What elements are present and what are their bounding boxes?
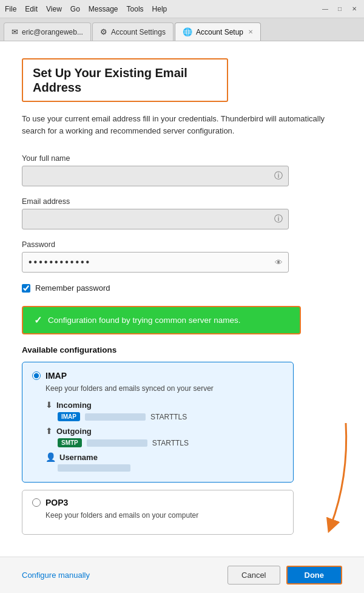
page-description: To use your current email address fill i… bbox=[22, 113, 337, 137]
username-label: Username bbox=[59, 453, 98, 462]
fullname-label: Your full name bbox=[22, 154, 342, 163]
tab-account-setup-label: Account Setup bbox=[196, 28, 243, 36]
menu-message[interactable]: Message bbox=[89, 5, 118, 13]
outgoing-server-icon: ⬆ bbox=[46, 426, 53, 436]
smtp-badge: SMTP bbox=[58, 438, 82, 447]
password-toggle-icon[interactable]: 👁 bbox=[275, 258, 283, 267]
smtp-server-name bbox=[87, 439, 147, 447]
smtp-security: STARTTLS bbox=[152, 439, 189, 447]
password-wrapper: 👁 bbox=[22, 252, 289, 273]
incoming-server-icon: ⬇ bbox=[46, 400, 53, 410]
settings-tab-icon: ⚙ bbox=[100, 27, 107, 36]
password-label: Password bbox=[22, 240, 342, 249]
username-icon: 👤 bbox=[46, 452, 56, 462]
close-button[interactable]: ✕ bbox=[349, 4, 359, 14]
menu-help[interactable]: Help bbox=[152, 5, 167, 13]
fullname-info-icon[interactable]: ⓘ bbox=[274, 171, 283, 181]
menu-view[interactable]: View bbox=[46, 5, 62, 13]
password-input[interactable] bbox=[22, 252, 289, 273]
tab-account-settings-label: Account Settings bbox=[111, 28, 166, 36]
email-label: Email address bbox=[22, 197, 342, 206]
page-title: Set Up Your Existing Email Address bbox=[33, 66, 217, 95]
remember-password-checkbox[interactable] bbox=[22, 284, 30, 293]
menu-bar[interactable]: File Edit View Go Message Tools Help bbox=[5, 5, 167, 13]
email-input[interactable] bbox=[22, 209, 289, 229]
email-wrapper: ⓘ bbox=[22, 209, 289, 229]
imap-badge: IMAP bbox=[58, 412, 80, 421]
imap-incoming-details: IMAP STARTTLS bbox=[58, 412, 283, 421]
tab-email-label: eric@orangeweb... bbox=[22, 28, 83, 36]
imap-server-name bbox=[85, 413, 146, 421]
smtp-outgoing-details: SMTP STARTTLS bbox=[58, 438, 283, 447]
setup-tab-icon: 🌐 bbox=[183, 27, 192, 36]
username-value bbox=[58, 464, 130, 472]
remember-password-row: Remember password bbox=[22, 283, 342, 293]
imap-incoming-header: ⬇ Incoming bbox=[46, 400, 283, 410]
tab-account-settings[interactable]: ⚙ Account Settings bbox=[92, 22, 174, 41]
minimize-button[interactable]: — bbox=[320, 4, 330, 14]
imap-security: STARTTLS bbox=[150, 413, 187, 421]
imap-outgoing-header: ⬆ Outgoing bbox=[46, 426, 283, 436]
menu-tools[interactable]: Tools bbox=[127, 5, 144, 13]
page-title-box: Set Up Your Existing Email Address bbox=[22, 58, 228, 102]
tab-account-setup[interactable]: 🌐 Account Setup ✕ bbox=[175, 22, 261, 41]
pop3-config-card: POP3 Keep your folders and emails on you… bbox=[22, 490, 294, 535]
remember-password-label: Remember password bbox=[35, 283, 110, 293]
fullname-field-group: Your full name ⓘ bbox=[22, 154, 342, 186]
fullname-input[interactable] bbox=[22, 166, 289, 186]
tab-bar: ✉ eric@orangeweb... ⚙ Account Settings 🌐… bbox=[0, 18, 364, 41]
done-button[interactable]: Done bbox=[286, 566, 343, 585]
email-field-group: Email address ⓘ bbox=[22, 197, 342, 229]
pop3-radio[interactable] bbox=[32, 498, 41, 507]
menu-edit[interactable]: Edit bbox=[25, 5, 38, 13]
pop3-name: POP3 bbox=[46, 498, 68, 507]
password-field-group: Password 👁 bbox=[22, 240, 342, 273]
imap-config-card: IMAP Keep your folders and emails synced… bbox=[22, 362, 294, 483]
cancel-button[interactable]: Cancel bbox=[228, 566, 280, 585]
email-info-icon[interactable]: ⓘ bbox=[274, 214, 283, 225]
footer-buttons: Cancel Done bbox=[228, 566, 342, 585]
menu-file[interactable]: File bbox=[5, 5, 16, 13]
email-tab-icon: ✉ bbox=[12, 27, 18, 36]
success-check-icon: ✓ bbox=[34, 314, 42, 326]
incoming-label: Incoming bbox=[56, 401, 92, 410]
imap-description: Keep your folders and emails synced on y… bbox=[46, 384, 283, 393]
menu-go[interactable]: Go bbox=[70, 5, 80, 13]
maximize-button[interactable]: □ bbox=[335, 4, 345, 14]
configure-manually-link[interactable]: Configure manually bbox=[22, 571, 90, 580]
imap-username-row: 👤 Username bbox=[46, 452, 283, 462]
pop3-option-header: POP3 bbox=[32, 498, 283, 507]
footer: Configure manually Cancel Done bbox=[0, 557, 364, 593]
imap-option-header: IMAP bbox=[32, 371, 283, 381]
success-banner: ✓ Configuration found by trying common s… bbox=[22, 306, 301, 334]
tab-email[interactable]: ✉ eric@orangeweb... bbox=[4, 22, 91, 41]
imap-incoming-row: ⬇ Incoming IMAP STARTTLS bbox=[46, 400, 283, 421]
imap-outgoing-row: ⬆ Outgoing SMTP STARTTLS bbox=[46, 426, 283, 447]
success-banner-text: Configuration found by trying common ser… bbox=[48, 316, 240, 325]
imap-radio[interactable] bbox=[32, 371, 41, 380]
window-controls[interactable]: — □ ✕ bbox=[320, 4, 359, 14]
outgoing-label: Outgoing bbox=[56, 427, 92, 436]
tab-close-icon[interactable]: ✕ bbox=[248, 29, 253, 35]
title-bar: File Edit View Go Message Tools Help — □… bbox=[0, 0, 364, 18]
main-content: Set Up Your Existing Email Address To us… bbox=[0, 41, 364, 593]
pop3-description: Keep your folders and emails on your com… bbox=[46, 511, 283, 520]
fullname-wrapper: ⓘ bbox=[22, 166, 289, 186]
imap-name: IMAP bbox=[46, 371, 67, 381]
available-configurations-title: Available configurations bbox=[22, 345, 342, 354]
